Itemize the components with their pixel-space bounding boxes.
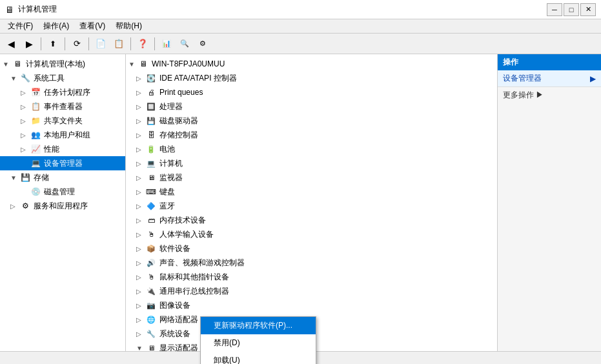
kbd-label: 键盘 (159, 187, 175, 197)
menu-file[interactable]: 文件(F) (3, 19, 38, 33)
middle-root[interactable]: ▼ 🖥 WIN-T8FPJA0UMUU (126, 57, 497, 71)
ctx-uninstall[interactable]: 卸载(U) (201, 352, 316, 364)
toolbar-sep-1 (41, 37, 41, 50)
mid-software-dev[interactable]: ▷ 📦 软件设备 (126, 241, 497, 256)
toolbar-extra2[interactable]: 🔍 (176, 35, 193, 52)
toolbar-sep-2 (65, 37, 65, 50)
local-users-label: 本地用户和组 (44, 130, 90, 141)
middle-pane: ▼ 🖥 WIN-T8FPJA0UMUU ▷ 💽 IDE ATA/ATAPI 控制… (126, 54, 498, 351)
mon-label: 监视器 (159, 172, 183, 183)
stor-exp: ▷ (136, 132, 145, 139)
tree-performance[interactable]: ▷ 📈 性能 (0, 142, 125, 156)
mid-bluetooth[interactable]: ▷ 🔷 蓝牙 (126, 199, 497, 213)
hid-label: 人体学输入设备 (159, 229, 214, 240)
toolbar-properties[interactable]: 📋 (110, 35, 127, 52)
toolbar: ◀ ▶ ⬆ ⟳ 📄 📋 ❓ 📊 🔍 ⚙ (0, 34, 601, 54)
tree-event-viewer[interactable]: ▷ 📋 事件查看器 (0, 99, 125, 114)
tree-local-users[interactable]: ▷ 👥 本地用户和组 (0, 128, 125, 142)
mid-computer[interactable]: ▷ 💻 计算机 (126, 156, 497, 170)
disp-exp: ▼ (136, 345, 145, 352)
mid-mem-tech[interactable]: ▷ 🗃 内存技术设备 (126, 213, 497, 227)
mouse-icon: 🖱 (145, 271, 157, 283)
ctx-update-driver[interactable]: 更新驱动程序软件(P)... (201, 317, 316, 334)
ide-icon: 💽 (145, 72, 157, 84)
toolbar-up[interactable]: ⬆ (45, 35, 61, 52)
mid-mouse[interactable]: ▷ 🖱 鼠标和其他指针设备 (126, 270, 497, 284)
ctx-disable[interactable]: 禁用(D) (201, 334, 316, 352)
right-action-device-manager[interactable]: 设备管理器 ▶ (498, 70, 601, 87)
mid-processor[interactable]: ▷ 🔲 处理器 (126, 99, 497, 114)
mid-imaging[interactable]: ▷ 📷 图像设备 (126, 298, 497, 312)
tree-task-scheduler[interactable]: ▷ 📅 任务计划程序 (0, 85, 125, 99)
memtech-exp: ▷ (136, 217, 145, 224)
tree-root[interactable]: ▼ 🖥 计算机管理(本地) (0, 57, 125, 71)
mid-hid[interactable]: ▷ 🖱 人体学输入设备 (126, 227, 497, 241)
toolbar-help[interactable]: ❓ (134, 35, 151, 52)
toolbar-forward[interactable]: ▶ (21, 35, 37, 52)
comp-exp: ▷ (136, 160, 145, 167)
menu-help[interactable]: 帮助(H) (110, 19, 147, 33)
mid-computer-icon: 🖥 (138, 58, 149, 70)
mid-print[interactable]: ▷ 🖨 Print queues (126, 85, 497, 99)
tree-system-tools[interactable]: ▼ 🔧 系统工具 (0, 71, 125, 85)
event-exp: ▷ (21, 103, 30, 110)
mid-ide[interactable]: ▷ 💽 IDE ATA/ATAPI 控制器 (126, 71, 497, 85)
disk2-exp: ▷ (136, 117, 145, 125)
usb-label: 通用串行总线控制器 (159, 286, 229, 297)
audio-icon: 🔊 (145, 257, 157, 268)
maximize-button[interactable]: □ (564, 3, 579, 16)
sys-tools-label: 系统工具 (34, 73, 65, 84)
mid-root-exp: ▼ (128, 61, 138, 68)
bt-exp: ▷ (136, 203, 145, 210)
mid-keyboard[interactable]: ▷ ⌨ 键盘 (126, 185, 497, 199)
shared-icon: 📁 (30, 115, 41, 126)
toolbar-extra1[interactable]: 📊 (158, 35, 175, 52)
mid-disk[interactable]: ▷ 💾 磁盘驱动器 (126, 114, 497, 128)
minimize-button[interactable]: ─ (547, 3, 562, 16)
perf-label: 性能 (44, 144, 59, 155)
right-action-arrow-1: ▶ (590, 74, 596, 83)
toolbar-export[interactable]: 📄 (92, 35, 109, 52)
bt-icon: 🔷 (145, 200, 157, 212)
system-tools-icon: 🔧 (19, 72, 31, 84)
print-icon: 🖨 (145, 86, 157, 98)
mid-audio[interactable]: ▷ 🔊 声音、视频和游戏控制器 (126, 256, 497, 270)
mouse-exp: ▷ (136, 274, 145, 281)
img-exp: ▷ (136, 302, 145, 309)
mouse-label: 鼠标和其他指针设备 (159, 272, 229, 283)
context-menu: 更新驱动程序软件(P)... 禁用(D) 卸载(U) (200, 316, 316, 364)
mid-battery[interactable]: ▷ 🔋 电池 (126, 142, 497, 156)
toolbar-refresh[interactable]: ⟳ (68, 35, 85, 52)
bat-exp: ▷ (136, 146, 145, 153)
mid-usb[interactable]: ▷ 🔌 通用串行总线控制器 (126, 284, 497, 298)
hid-exp: ▷ (136, 231, 145, 238)
tree-storage[interactable]: ▼ 💾 存储 (0, 170, 125, 185)
tree-services[interactable]: ▷ ⚙ 服务和应用程序 (0, 199, 125, 213)
mid-monitor[interactable]: ▷ 🖥 监视器 (126, 170, 497, 185)
tree-device-manager[interactable]: 💻 设备管理器 (0, 156, 125, 170)
menu-action[interactable]: 操作(A) (38, 19, 74, 33)
sysdev-label: 系统设备 (159, 329, 190, 339)
close-button[interactable]: ✕ (580, 3, 596, 16)
swdev-label: 软件设备 (159, 243, 190, 254)
svc-exp: ▷ (10, 203, 19, 210)
net-label: 网络适配器 (159, 314, 198, 325)
tree-shared-folders[interactable]: ▷ 📁 共享文件夹 (0, 114, 125, 128)
menu-view[interactable]: 查看(V) (74, 19, 110, 33)
toolbar-extra3[interactable]: ⚙ (194, 35, 211, 52)
dev-mgr-icon: 💻 (30, 157, 41, 169)
toolbar-back[interactable]: ◀ (3, 35, 19, 52)
swdev-exp: ▷ (136, 245, 145, 252)
title-bar: 🖥 计算机管理 ─ □ ✕ (0, 0, 601, 19)
disp-icon: 🖥 (145, 342, 157, 351)
task-icon: 📅 (30, 86, 41, 98)
proc-icon: 🔲 (145, 101, 157, 112)
window-title: 计算机管理 (18, 4, 57, 15)
local-users-exp: ▷ (21, 132, 30, 139)
menu-bar: 文件(F) 操作(A) 查看(V) 帮助(H) (0, 19, 601, 34)
disk-icon: 💿 (30, 186, 41, 197)
bat-label: 电池 (159, 144, 175, 155)
tree-disk-mgmt[interactable]: 💿 磁盘管理 (0, 185, 125, 199)
mid-storage-ctrl[interactable]: ▷ 🗄 存储控制器 (126, 128, 497, 142)
right-action-more[interactable]: 更多操作 ▶ (498, 87, 601, 103)
